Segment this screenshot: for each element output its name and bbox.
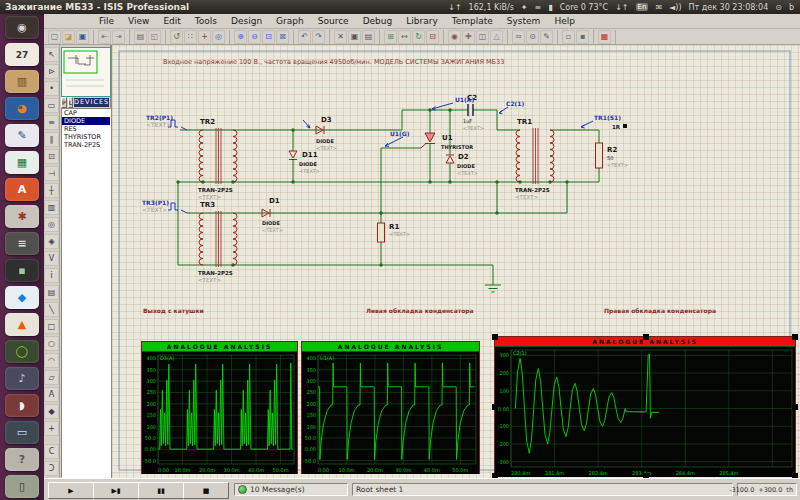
current-probe-mode-icon[interactable]: i	[44, 268, 59, 283]
component-c2[interactable]	[468, 104, 473, 116]
block-delete-icon[interactable]: ⊟	[426, 30, 439, 44]
netlist-to-ares-icon[interactable]: ▦	[598, 30, 611, 44]
dock-item-music-app[interactable]: ♪	[5, 367, 39, 390]
selection-handle[interactable]	[492, 404, 498, 410]
virtual-instrument-mode-icon[interactable]: ▤	[44, 285, 59, 300]
selection-handle[interactable]	[492, 334, 498, 340]
terminal-mode-icon[interactable]: ⊣	[44, 166, 59, 181]
message-indicator[interactable]: 10 Message(s)	[234, 483, 348, 496]
open-design-icon[interactable]: ◪	[62, 30, 75, 44]
zoom-area-icon[interactable]: ⊠	[276, 30, 289, 44]
component-d11[interactable]	[289, 151, 297, 160]
2d-symbol-mode-icon[interactable]: ◆	[44, 404, 59, 419]
component-r2[interactable]	[596, 143, 603, 168]
network-icon[interactable]: ↓↑	[448, 3, 461, 12]
redraw-icon[interactable]: ↺	[170, 30, 183, 44]
2d-text-mode-icon[interactable]: A	[44, 387, 59, 402]
component-mode-icon[interactable]: ⊳	[44, 64, 59, 79]
dock-item-vlc[interactable]: ▲	[5, 313, 39, 336]
step-button[interactable]: ▶▮	[93, 482, 139, 499]
bus-mode-icon[interactable]: ∥	[44, 132, 59, 147]
graph-left-plate[interactable]: ANALOGUE ANALYSIS 4003503002502001501005…	[301, 341, 480, 474]
pick-device-icon[interactable]: ◉	[448, 30, 461, 44]
cut-icon[interactable]: ✕	[334, 30, 347, 44]
2d-box-mode-icon[interactable]: □	[44, 319, 59, 334]
dock-item-system-settings[interactable]: ✱	[5, 205, 39, 228]
tape-recorder-mode-icon[interactable]: ◎	[44, 217, 59, 232]
clock[interactable]: Пт дек 30 23:08:04	[689, 3, 769, 12]
export-section-icon[interactable]: ⇥	[112, 30, 125, 44]
menu-graph[interactable]: Graph	[269, 16, 311, 26]
rotate-anticlockwise-mode-icon[interactable]: Ɔ	[44, 461, 59, 476]
property-assignment-icon[interactable]: ✎	[540, 30, 553, 44]
zoom-all-icon[interactable]: ⊡	[262, 30, 275, 44]
rotate-clockwise-mode-icon[interactable]: C	[44, 444, 59, 459]
device-item-res[interactable]: RES	[62, 125, 110, 133]
component-tr1[interactable]	[516, 128, 554, 184]
wire-autorouter-icon[interactable]: ≈	[512, 30, 525, 44]
component-tr3[interactable]	[199, 211, 237, 267]
graph-mode-icon[interactable]: ▥	[44, 200, 59, 215]
paste-icon[interactable]: ▤	[362, 30, 375, 44]
2d-path-mode-icon[interactable]: ▱	[44, 370, 59, 385]
menu-library[interactable]: Library	[399, 16, 444, 26]
graph-title-bar[interactable]: ANALOGUE ANALYSIS	[302, 342, 479, 352]
device-item-tran-2p2s[interactable]: TRAN-2P2S	[62, 141, 110, 149]
selection-handle[interactable]	[792, 334, 798, 340]
dock-item-writer[interactable]: ✎	[5, 124, 39, 147]
generator-mode-icon[interactable]: ◈	[44, 234, 59, 249]
component-d2[interactable]	[446, 155, 454, 163]
center-at-cursor-icon[interactable]: ◎	[212, 30, 225, 44]
device-list[interactable]: CAPDIODERESTHYRISTORTRAN-2P2S	[61, 108, 111, 478]
menu-help[interactable]: Help	[547, 16, 582, 26]
zoom-in-icon[interactable]: ⊕	[234, 30, 247, 44]
block-copy-icon[interactable]: ⊞	[384, 30, 397, 44]
voltage-probe-mode-icon[interactable]: V	[44, 251, 59, 266]
wire-label-mode-icon[interactable]: ▭	[44, 98, 59, 113]
device-item-cap[interactable]: CAP	[62, 109, 110, 117]
voltage-probe-u1g[interactable]	[385, 137, 403, 146]
volume-icon[interactable]: ◄))	[669, 3, 681, 12]
voltage-probe-tr1s1[interactable]	[581, 121, 593, 128]
pick-devices-button[interactable]: P	[61, 97, 67, 108]
redo-icon[interactable]: ↷	[312, 30, 325, 44]
graph-right-plate-selected[interactable]: ANALOGUE ANALYSIS 3002001000.00-100-200-…	[494, 336, 796, 477]
new-design-icon[interactable]: ▢	[48, 30, 61, 44]
mark-output-area-icon[interactable]: ◱	[148, 30, 161, 44]
menu-view[interactable]: View	[121, 16, 156, 26]
menu-tools[interactable]: Tools	[188, 16, 224, 26]
display-icon[interactable]: ▮	[548, 3, 552, 12]
dock-item-photo-tool[interactable]: ◗	[5, 394, 39, 417]
dock-item-calendar[interactable]: 27	[5, 43, 39, 66]
workspace-icon[interactable]: ✦	[521, 3, 528, 12]
dock-item-firefox[interactable]: ◕	[5, 97, 39, 120]
junction-dot-mode-icon[interactable]: •	[44, 81, 59, 96]
zoom-out-icon[interactable]: ⊖	[248, 30, 261, 44]
dock-item-calculator[interactable]: ≡	[5, 232, 39, 255]
graph-coil-output[interactable]: ANALOGUE ANALYSIS 4003503002502001501005…	[141, 341, 298, 474]
device-pin-mode-icon[interactable]: ┼	[44, 183, 59, 198]
menu-debug[interactable]: Debug	[356, 16, 400, 26]
power-icon[interactable]: ⊙	[775, 3, 782, 12]
dock-item-dash-home[interactable]: ◉	[5, 16, 39, 39]
voltage-probe-d3a[interactable]	[303, 120, 310, 128]
device-item-diode[interactable]: DIODE	[62, 117, 110, 125]
dock-item-trash[interactable]: ▯	[5, 475, 39, 498]
indicator-menu-icon[interactable]: ≡	[535, 3, 542, 12]
dock-item-torrent[interactable]: ◯	[5, 340, 39, 363]
component-u1[interactable]	[421, 133, 435, 148]
copy-icon[interactable]: ▣	[348, 30, 361, 44]
overview-window[interactable]	[61, 47, 111, 97]
false-origin-icon[interactable]: +	[198, 30, 211, 44]
library-button[interactable]: L	[68, 97, 73, 108]
menu-edit[interactable]: Edit	[156, 16, 187, 26]
packaging-tool-icon[interactable]: ◫	[476, 30, 489, 44]
dock-item-software-package[interactable]: ?	[5, 448, 39, 471]
dock-item-scanner-app[interactable]: A	[5, 178, 39, 201]
menu-template[interactable]: Template	[445, 16, 500, 26]
menu-file[interactable]: File	[92, 16, 121, 26]
2d-circle-mode-icon[interactable]: ○	[44, 336, 59, 351]
voltage-probe-c21[interactable]	[499, 107, 508, 114]
graph-title-bar[interactable]: ANALOGUE ANALYSIS	[142, 342, 297, 352]
play-button[interactable]: ▶	[48, 482, 94, 499]
